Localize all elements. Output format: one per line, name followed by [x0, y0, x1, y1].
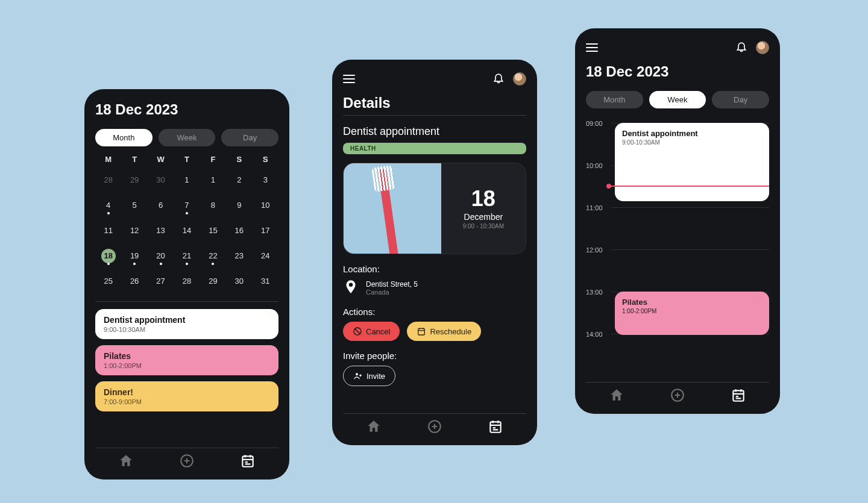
calendar-day[interactable]: 18	[95, 247, 121, 265]
top-bar	[343, 72, 526, 86]
calendar-day[interactable]: 30	[148, 171, 174, 189]
tab-day[interactable]: Day	[712, 91, 769, 108]
add-icon[interactable]	[670, 387, 685, 405]
avatar[interactable]	[513, 72, 526, 86]
calendar-day[interactable]: 17	[253, 222, 278, 240]
reschedule-button[interactable]: Reschedule	[407, 322, 481, 341]
appointment-title: Dentist appointment	[343, 125, 526, 138]
appointment-time: 9:00 - 10:30AM	[463, 223, 504, 230]
calendar-day[interactable]: 6	[148, 196, 174, 214]
location-label: Location:	[343, 264, 526, 274]
calendar-day[interactable]: 2	[226, 171, 252, 189]
location-line2: Canada	[366, 289, 418, 296]
calendar-day[interactable]: 16	[226, 222, 252, 240]
calendar-day[interactable]: 20	[148, 247, 174, 265]
add-icon[interactable]	[427, 419, 442, 437]
bottom-nav	[343, 413, 526, 445]
calendar-day[interactable]: 19	[121, 247, 147, 265]
event-title: Pilates	[104, 351, 270, 361]
calendar-day[interactable]: 24	[253, 247, 278, 265]
calendar-weekday-header: M T W T F S S	[95, 155, 278, 164]
calendar-day[interactable]: 14	[174, 222, 200, 240]
calendar-day[interactable]: 29	[121, 171, 147, 189]
bell-icon[interactable]	[735, 40, 747, 55]
appointment-card: 18 December 9:00 - 10:30AM	[343, 163, 526, 254]
event-title: Pilates	[622, 298, 762, 307]
calendar-day[interactable]: 1	[174, 171, 200, 189]
invite-label: Invite people:	[343, 351, 526, 361]
invite-button[interactable]: Invite	[343, 366, 395, 386]
calendar-icon[interactable]	[731, 387, 746, 405]
calendar-day[interactable]: 13	[148, 222, 174, 240]
calendar-icon[interactable]	[488, 419, 503, 437]
calendar-day[interactable]: 27	[148, 272, 174, 290]
calendar-day[interactable]: 31	[253, 272, 278, 290]
calendar-day[interactable]: 26	[121, 272, 147, 290]
calendar-day[interactable]: 7	[174, 196, 200, 214]
calendar-day[interactable]: 23	[226, 247, 252, 265]
svg-point-4	[356, 373, 358, 375]
tab-month[interactable]: Month	[95, 129, 153, 146]
calendar-day[interactable]: 25	[95, 272, 121, 290]
tab-week[interactable]: Week	[649, 91, 706, 108]
tab-month[interactable]: Month	[586, 91, 643, 108]
week-timeline: 09:0010:0011:0012:0013:0014:00 Dentist a…	[586, 119, 769, 382]
date-heading: 18 Dec 2023	[586, 63, 769, 80]
calendar-day[interactable]: 12	[121, 222, 147, 240]
calendar-day[interactable]: 11	[95, 222, 121, 240]
appointment-month: December	[464, 212, 503, 222]
event-card[interactable]: Pilates1:00-2:00PM	[95, 345, 278, 375]
home-icon[interactable]	[118, 453, 134, 471]
menu-icon[interactable]	[343, 75, 355, 83]
calendar-day[interactable]: 8	[200, 196, 226, 214]
calendar-day[interactable]: 10	[253, 196, 278, 214]
calendar-day[interactable]: 15	[200, 222, 226, 240]
calendar-day[interactable]: 4	[95, 196, 121, 214]
week-event[interactable]: Dentist appointment9:00-10:30AM	[615, 123, 769, 201]
event-title: Dinner!	[104, 387, 270, 397]
cancel-button[interactable]: Cancel	[343, 322, 400, 341]
weekday: W	[148, 155, 174, 164]
hour-label: 13:00	[586, 288, 611, 296]
tab-week[interactable]: Week	[159, 129, 216, 146]
event-time: 9:00-10:30AM	[622, 139, 762, 146]
phone-week-view: 18 Dec 2023 Month Week Day 09:0010:0011:…	[575, 28, 780, 414]
view-tabs: Month Week Day	[95, 129, 278, 146]
category-chip: HEALTH	[343, 143, 526, 154]
event-card[interactable]: Dinner!7:00-9:00PM	[95, 381, 278, 411]
avatar[interactable]	[756, 41, 769, 54]
event-title: Dentist appointment	[104, 315, 270, 325]
calendar-day[interactable]: 9	[226, 196, 252, 214]
weekday: S	[253, 155, 278, 164]
location-line1: Dentist Street, 5	[366, 280, 418, 289]
svg-rect-3	[418, 328, 425, 335]
location-row: Dentist Street, 5 Canada	[343, 279, 526, 297]
location-text: Dentist Street, 5 Canada	[366, 280, 418, 296]
calendar-grid: 2829301123456789101112131415161718192021…	[95, 171, 278, 298]
events-list: Dentist appointment9:00-10:30AMPilates1:…	[95, 309, 278, 417]
calendar-day[interactable]: 5	[121, 196, 147, 214]
calendar-day[interactable]: 3	[253, 171, 278, 189]
calendar-day[interactable]: 21	[174, 247, 200, 265]
now-indicator	[609, 186, 769, 187]
calendar-icon[interactable]	[240, 453, 256, 471]
calendar-day[interactable]: 1	[200, 171, 226, 189]
add-icon[interactable]	[179, 453, 195, 471]
week-event[interactable]: Pilates1:00-2:00PM	[615, 292, 769, 335]
weekday: S	[226, 155, 252, 164]
home-icon[interactable]	[609, 387, 624, 405]
week-events-layer: Dentist appointment9:00-10:30AMPilates1:…	[615, 119, 769, 382]
phone-month-view: 18 Dec 2023 Month Week Day M T W T F S S…	[84, 89, 289, 480]
calendar-day[interactable]: 28	[95, 171, 121, 189]
calendar-day[interactable]: 22	[200, 247, 226, 265]
calendar-day[interactable]: 28	[174, 272, 200, 290]
menu-icon[interactable]	[586, 43, 598, 52]
event-card[interactable]: Dentist appointment9:00-10:30AM	[95, 309, 278, 339]
weekday: M	[95, 155, 121, 164]
calendar-day[interactable]: 29	[200, 272, 226, 290]
home-icon[interactable]	[366, 419, 382, 437]
top-bar	[586, 40, 769, 55]
bell-icon[interactable]	[492, 72, 505, 86]
calendar-day[interactable]: 30	[226, 272, 252, 290]
tab-day[interactable]: Day	[221, 129, 278, 146]
